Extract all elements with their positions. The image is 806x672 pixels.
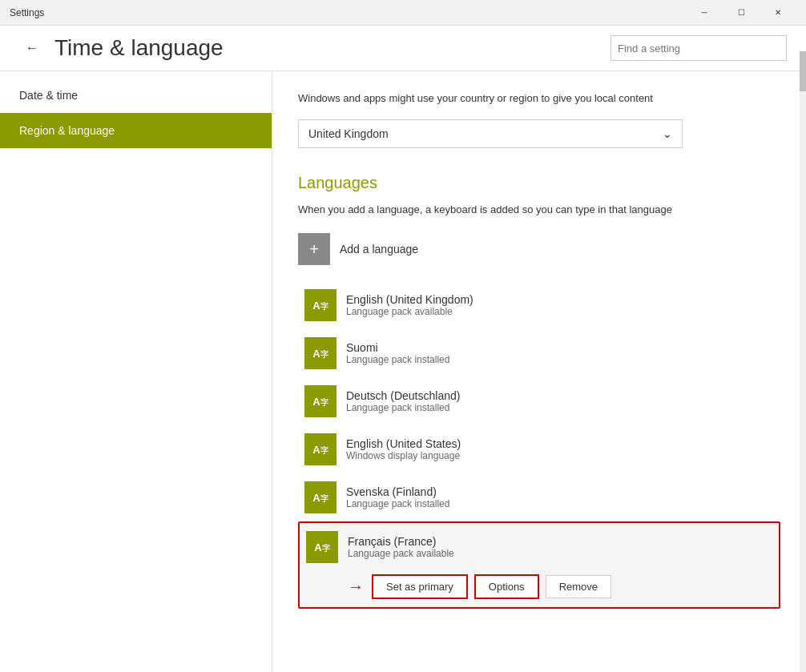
search-input[interactable]: [611, 35, 787, 61]
lang-name-de: Deutsch (Deutschland): [346, 389, 460, 402]
languages-section-title: Languages: [298, 174, 780, 192]
scrollbar-thumb[interactable]: [800, 71, 806, 91]
lang-icon-fi: A字: [304, 337, 337, 369]
back-button[interactable]: ←: [19, 35, 45, 61]
add-language-label: Add a language: [340, 243, 418, 256]
set-as-primary-button[interactable]: Set as primary: [372, 574, 468, 599]
title-bar: Settings ─ ☐ ✕: [0, 0, 806, 26]
add-language-button[interactable]: + Add a language: [298, 233, 780, 265]
sidebar-item-date-time[interactable]: Date & time: [0, 78, 272, 113]
main-content: Windows and apps might use your country …: [272, 71, 806, 672]
lang-name-sv-fi: Svenska (Finland): [346, 485, 449, 498]
lang-info-sv-fi: Svenska (Finland) Language pack installe…: [346, 485, 449, 509]
chevron-down-icon: ⌄: [663, 127, 672, 140]
lang-name-fr: Français (France): [348, 535, 454, 548]
add-icon: +: [298, 233, 330, 265]
lang-status-de: Language pack installed: [346, 402, 460, 413]
title-bar-left: Settings: [10, 7, 44, 18]
remove-button[interactable]: Remove: [546, 575, 611, 598]
title-bar-title: Settings: [10, 7, 44, 18]
sidebar: Date & time Region & language: [0, 71, 272, 672]
language-item-fr[interactable]: A字 Français (France) Language pack avail…: [300, 523, 779, 571]
content-area: Date & time Region & language Windows an…: [0, 71, 806, 672]
lang-info-en-gb: English (United Kingdom) Language pack a…: [346, 293, 474, 317]
lang-info-de: Deutsch (Deutschland) Language pack inst…: [346, 389, 460, 413]
lang-icon-en-us: A字: [304, 433, 337, 465]
close-button[interactable]: ✕: [760, 0, 796, 26]
language-item-en-gb[interactable]: A字 English (United Kingdom) Language pac…: [298, 281, 780, 329]
action-buttons-row: → Set as primary Options Remove: [300, 571, 779, 607]
languages-description: When you add a language, a keyboard is a…: [298, 202, 780, 218]
arrow-indicator: →: [348, 577, 364, 596]
lang-info-en-us: English (United States) Windows display …: [346, 437, 461, 461]
lang-icon-de: A字: [304, 385, 337, 417]
lang-info-fi: Suomi Language pack installed: [346, 341, 449, 365]
header: ← Time & language: [0, 26, 806, 71]
maximize-button[interactable]: ☐: [723, 0, 760, 26]
title-bar-controls: ─ ☐ ✕: [686, 0, 796, 26]
lang-icon-sv-fi: A字: [304, 481, 337, 513]
language-item-en-us[interactable]: A字 English (United States) Windows displ…: [298, 425, 780, 473]
lang-info-fr: Français (France) Language pack availabl…: [348, 535, 454, 559]
lang-status-fr: Language pack available: [348, 548, 454, 559]
lang-icon-en-gb: A字: [304, 289, 337, 321]
scrollbar[interactable]: [800, 71, 806, 672]
settings-window: Settings ─ ☐ ✕ ← Time & language Date & …: [0, 0, 806, 672]
header-left: ← Time & language: [19, 35, 224, 61]
lang-status-en-us: Windows display language: [346, 450, 461, 461]
lang-status-en-gb: Language pack available: [346, 306, 474, 317]
minimize-button[interactable]: ─: [686, 0, 723, 26]
language-item-fr-wrapper: A字 Français (France) Language pack avail…: [298, 521, 780, 609]
country-description: Windows and apps might use your country …: [298, 91, 780, 107]
language-item-fi[interactable]: A字 Suomi Language pack installed: [298, 329, 780, 377]
country-value: United Kingdom: [308, 127, 389, 140]
lang-name-en-us: English (United States): [346, 437, 461, 450]
page-title: Time & language: [54, 35, 224, 61]
options-button[interactable]: Options: [474, 574, 539, 599]
lang-status-fi: Language pack installed: [346, 354, 449, 365]
country-dropdown[interactable]: United Kingdom ⌄: [298, 119, 683, 148]
lang-name-fi: Suomi: [346, 341, 449, 354]
sidebar-item-region-language[interactable]: Region & language: [0, 113, 272, 148]
language-item-sv-fi[interactable]: A字 Svenska (Finland) Language pack insta…: [298, 473, 780, 521]
lang-status-sv-fi: Language pack installed: [346, 498, 449, 509]
lang-name-en-gb: English (United Kingdom): [346, 293, 474, 306]
language-item-de[interactable]: A字 Deutsch (Deutschland) Language pack i…: [298, 377, 780, 425]
lang-icon-fr: A字: [306, 531, 338, 563]
